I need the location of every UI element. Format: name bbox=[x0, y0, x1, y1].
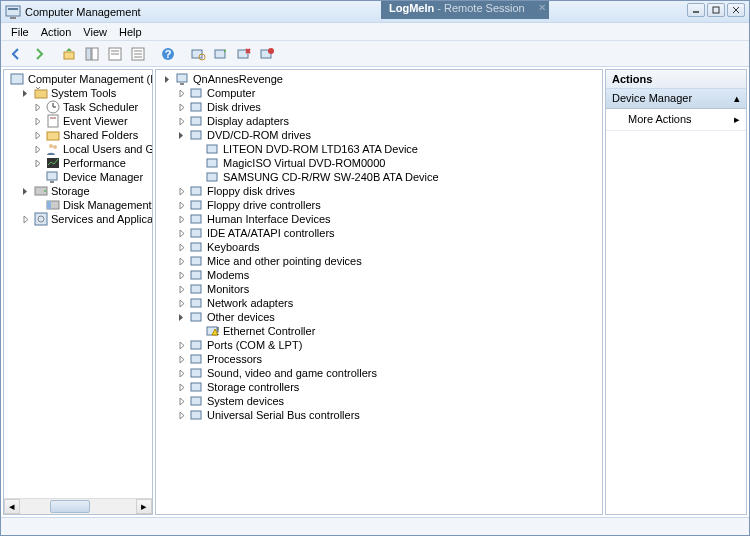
show-hide-tree-button[interactable] bbox=[81, 43, 103, 65]
svg-rect-7 bbox=[64, 52, 74, 59]
svg-rect-32 bbox=[48, 115, 58, 127]
device-category[interactable]: Mice and other pointing devices bbox=[158, 254, 600, 268]
device-category[interactable]: Human Interface Devices bbox=[158, 212, 600, 226]
menu-action[interactable]: Action bbox=[35, 24, 78, 40]
svg-rect-60 bbox=[191, 257, 201, 265]
help-button[interactable]: ? bbox=[157, 43, 179, 65]
svg-point-26 bbox=[268, 48, 274, 54]
close-button[interactable] bbox=[727, 3, 745, 17]
svg-rect-63 bbox=[191, 299, 201, 307]
svg-rect-68 bbox=[191, 355, 201, 363]
svg-rect-4 bbox=[713, 7, 719, 13]
menu-help[interactable]: Help bbox=[113, 24, 148, 40]
menu-file[interactable]: File bbox=[5, 24, 35, 40]
forward-button[interactable] bbox=[28, 43, 50, 65]
device-category[interactable]: Display adapters bbox=[158, 114, 600, 128]
device-category[interactable]: DVD/CD-ROM drives bbox=[158, 128, 600, 142]
device-category[interactable]: Other devices bbox=[158, 310, 600, 324]
svg-rect-34 bbox=[47, 132, 59, 140]
device-category[interactable]: Processors bbox=[158, 352, 600, 366]
app-icon bbox=[5, 4, 21, 20]
device-category[interactable]: Modems bbox=[158, 268, 600, 282]
svg-text:?: ? bbox=[165, 48, 172, 60]
svg-rect-0 bbox=[6, 6, 20, 16]
device-category[interactable]: Keyboards bbox=[158, 240, 600, 254]
actions-more[interactable]: More Actions ▸ bbox=[606, 109, 746, 131]
device-category[interactable]: Monitors bbox=[158, 282, 600, 296]
svg-rect-21 bbox=[215, 50, 225, 58]
maximize-button[interactable] bbox=[707, 3, 725, 17]
device-category[interactable]: IDE ATA/ATAPI controllers bbox=[158, 226, 600, 240]
svg-text:!: ! bbox=[216, 325, 219, 337]
svg-rect-27 bbox=[11, 74, 23, 84]
svg-point-36 bbox=[53, 145, 57, 149]
minimize-button[interactable] bbox=[687, 3, 705, 17]
device-root[interactable]: QnAnnesRevenge bbox=[158, 72, 600, 86]
device-category[interactable]: Universal Serial Bus controllers bbox=[158, 408, 600, 422]
update-driver-button[interactable] bbox=[210, 43, 232, 65]
chevron-right-icon: ▸ bbox=[734, 113, 740, 126]
properties-button[interactable] bbox=[104, 43, 126, 65]
svg-rect-70 bbox=[191, 383, 201, 391]
svg-rect-72 bbox=[191, 411, 201, 419]
svg-rect-52 bbox=[207, 145, 217, 153]
main-area: Computer Management (Local System Tools … bbox=[1, 67, 749, 517]
actions-header: Actions bbox=[606, 70, 746, 89]
tree-device-manager[interactable]: Device Manager bbox=[6, 170, 150, 184]
svg-rect-50 bbox=[191, 117, 201, 125]
tree-local-users[interactable]: Local Users and Groups bbox=[6, 142, 150, 156]
disable-button[interactable] bbox=[256, 43, 278, 65]
window-title: Computer Management bbox=[25, 6, 141, 18]
actions-pane: Actions Device Manager ▴ More Actions ▸ bbox=[605, 69, 747, 515]
tree-event-viewer[interactable]: Event Viewer bbox=[6, 114, 150, 128]
device-category[interactable]: Floppy drive controllers bbox=[158, 198, 600, 212]
scan-hardware-button[interactable] bbox=[187, 43, 209, 65]
tree-storage[interactable]: Storage bbox=[6, 184, 150, 198]
svg-rect-53 bbox=[207, 159, 217, 167]
collapse-icon: ▴ bbox=[734, 92, 740, 105]
device-item[interactable]: !Ethernet Controller bbox=[158, 324, 600, 338]
svg-point-41 bbox=[44, 190, 46, 192]
device-category[interactable]: Floppy disk drives bbox=[158, 184, 600, 198]
back-button[interactable] bbox=[5, 43, 27, 65]
tree-task-scheduler[interactable]: Task Scheduler bbox=[6, 100, 150, 114]
up-button[interactable] bbox=[58, 43, 80, 65]
menu-bar: File Action View Help bbox=[1, 23, 749, 41]
title-bar: Computer Management LogMeIn - Remote Ses… bbox=[1, 1, 749, 23]
tree-shared-folders[interactable]: Shared Folders bbox=[6, 128, 150, 142]
device-item[interactable]: MagicISO Virtual DVD-ROM0000 bbox=[158, 156, 600, 170]
tree-services-apps[interactable]: Services and Applications bbox=[6, 212, 150, 226]
tree-disk-management[interactable]: Disk Management bbox=[6, 198, 150, 212]
close-remote-icon[interactable]: ✕ bbox=[538, 2, 546, 13]
actions-section[interactable]: Device Manager ▴ bbox=[606, 89, 746, 109]
tree-performance[interactable]: Performance bbox=[6, 156, 150, 170]
svg-rect-58 bbox=[191, 229, 201, 237]
device-category[interactable]: Computer bbox=[158, 86, 600, 100]
svg-rect-55 bbox=[191, 187, 201, 195]
device-category[interactable]: Sound, video and game controllers bbox=[158, 366, 600, 380]
svg-rect-56 bbox=[191, 201, 201, 209]
svg-rect-8 bbox=[86, 48, 91, 60]
device-category[interactable]: Network adapters bbox=[158, 296, 600, 310]
uninstall-button[interactable] bbox=[233, 43, 255, 65]
svg-rect-59 bbox=[191, 243, 201, 251]
svg-rect-49 bbox=[191, 103, 201, 111]
tree-root[interactable]: Computer Management (Local bbox=[6, 72, 150, 86]
horizontal-scrollbar[interactable]: ◂▸ bbox=[4, 498, 152, 514]
device-category[interactable]: Disk drives bbox=[158, 100, 600, 114]
device-category[interactable]: Ports (COM & LPT) bbox=[158, 338, 600, 352]
device-item[interactable]: LITEON DVD-ROM LTD163 ATA Device bbox=[158, 142, 600, 156]
svg-rect-44 bbox=[35, 213, 47, 225]
svg-point-35 bbox=[49, 144, 53, 148]
svg-rect-71 bbox=[191, 397, 201, 405]
svg-rect-48 bbox=[191, 89, 201, 97]
menu-view[interactable]: View bbox=[77, 24, 113, 40]
svg-rect-61 bbox=[191, 271, 201, 279]
tree-system-tools[interactable]: System Tools bbox=[6, 86, 150, 100]
delete-button[interactable] bbox=[127, 43, 149, 65]
device-category[interactable]: Storage controllers bbox=[158, 380, 600, 394]
device-item[interactable]: SAMSUNG CD-R/RW SW-240B ATA Device bbox=[158, 170, 600, 184]
device-category[interactable]: System devices bbox=[158, 394, 600, 408]
svg-rect-43 bbox=[47, 201, 51, 209]
svg-rect-64 bbox=[191, 313, 201, 321]
